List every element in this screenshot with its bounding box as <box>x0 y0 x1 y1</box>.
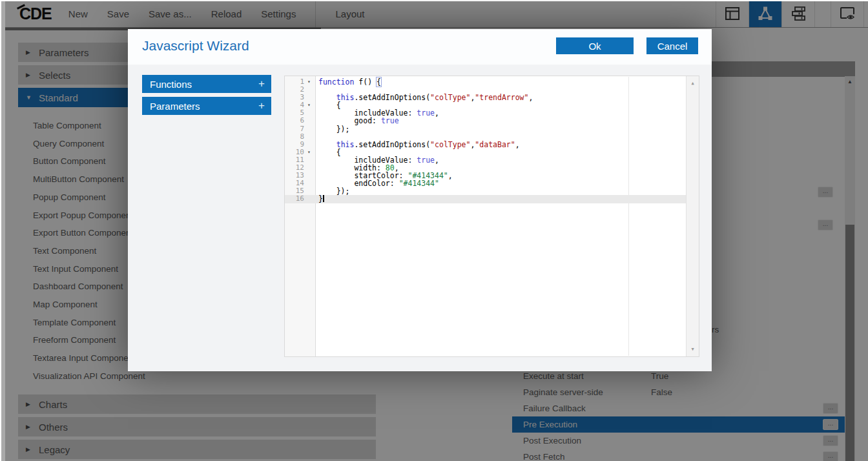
code-text: function f() { <box>315 78 381 86</box>
fold-gutter-empty <box>304 172 314 179</box>
code-text: }); <box>315 125 349 133</box>
wizard-panel-parameters[interactable]: Parameters+ <box>142 97 271 115</box>
code-text: this.setAddInOptions("colType","trendArr… <box>315 94 533 101</box>
editor-scrollbar[interactable]: ▲ ▼ <box>686 76 699 356</box>
fold-gutter-empty <box>304 156 314 164</box>
code-line-16[interactable]: 16} <box>285 195 686 203</box>
line-number: 16 <box>285 195 304 203</box>
fold-gutter-empty <box>304 125 314 133</box>
code-text: this.setAddInOptions("colType","dataBar"… <box>315 141 520 149</box>
fold-gutter-empty <box>304 94 314 101</box>
fold-gutter-empty <box>304 179 314 187</box>
scroll-up-icon[interactable]: ▲ <box>687 79 699 87</box>
modal-title: Javascript Wizard <box>142 38 249 54</box>
fold-arrow-icon[interactable]: ▾ <box>304 149 314 156</box>
wizard-panel-label: Functions <box>150 79 192 90</box>
modal-body: Functions+Parameters+ 1▾function f() {23… <box>128 65 712 371</box>
line-number: 8 <box>285 133 304 141</box>
fold-arrow-icon[interactable]: ▾ <box>304 101 314 109</box>
wizard-panel-label: Parameters <box>150 101 200 112</box>
code-line-7[interactable]: 7 }); <box>285 125 686 133</box>
code-lines[interactable]: 1▾function f() {23 this.setAddInOptions(… <box>285 78 686 203</box>
gutter-cell: 8 <box>285 133 315 141</box>
code-line-3[interactable]: 3 this.setAddInOptions("colType","trendA… <box>285 94 686 101</box>
fold-gutter-empty <box>304 109 314 117</box>
line-number: 6 <box>285 117 304 125</box>
gutter-cell: 6 <box>285 117 315 125</box>
text-cursor <box>323 195 324 202</box>
plus-icon[interactable]: + <box>258 77 265 90</box>
fold-gutter-empty <box>304 195 314 203</box>
code-editor[interactable]: 1▾function f() {23 this.setAddInOptions(… <box>284 76 699 357</box>
scroll-down-icon[interactable]: ▼ <box>687 345 699 353</box>
javascript-wizard-modal: Javascript Wizard Ok Cancel Functions+Pa… <box>128 29 712 371</box>
code-line-1[interactable]: 1▾function f() { <box>285 78 686 86</box>
page-top-edge <box>0 0 868 1</box>
fold-gutter-empty <box>304 86 314 94</box>
wizard-panels: Functions+Parameters+ <box>142 75 271 119</box>
gutter-cell: 16 <box>285 195 315 203</box>
cancel-button[interactable]: Cancel <box>646 37 698 54</box>
fold-gutter-empty <box>304 187 314 195</box>
fold-gutter-empty <box>304 164 314 172</box>
cde-editor-screen: CDE NewSaveSave as...ReloadSettings Layo… <box>0 0 868 461</box>
fold-gutter-empty <box>304 117 314 125</box>
code-line-9[interactable]: 9 this.setAddInOptions("colType","dataBa… <box>285 141 686 149</box>
fold-gutter-empty <box>304 141 314 149</box>
fold-arrow-icon[interactable]: ▾ <box>304 78 314 86</box>
line-number: 7 <box>285 125 304 133</box>
code-text: } <box>315 195 324 203</box>
code-line-15[interactable]: 15 }); <box>285 187 686 195</box>
ok-button[interactable]: Ok <box>556 37 634 54</box>
fold-gutter-empty <box>304 133 314 141</box>
plus-icon[interactable]: + <box>258 99 265 112</box>
page-left-gutter <box>0 0 5 461</box>
wizard-panel-functions[interactable]: Functions+ <box>142 75 271 93</box>
gutter-cell: 7 <box>285 125 315 133</box>
